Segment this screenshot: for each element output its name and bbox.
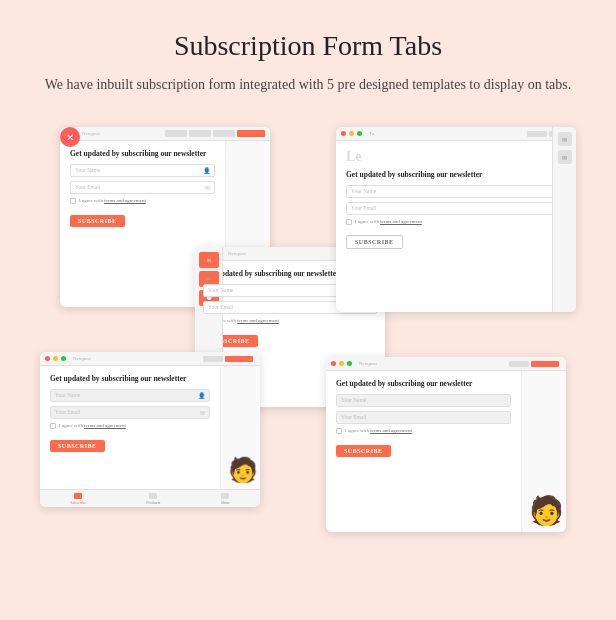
screen2-sidebar-icon1[interactable]: ✉ <box>199 252 219 268</box>
screen3-nav-share-icon <box>221 493 229 499</box>
screen5-email-input[interactable]: Your Email <box>336 411 511 424</box>
screen3-email-icon: ✉ <box>200 409 205 416</box>
screen3-nav-share[interactable]: Share <box>221 493 230 505</box>
screen1-close-btn[interactable]: ✕ <box>60 127 80 147</box>
screen4-dot-red <box>341 131 346 136</box>
screen4-name-placeholder: Your Name <box>351 188 554 194</box>
screen1-nav-label: Newpost <box>82 131 162 136</box>
screen3-nav-products-icon <box>149 493 157 499</box>
screen2-nav-label: Newpost <box>228 251 246 256</box>
screen3-nav-products[interactable]: Products <box>146 493 160 505</box>
screen5-name-placeholder: Your Name <box>341 397 506 403</box>
screen1-checkbox[interactable] <box>70 198 76 204</box>
screen1-email-input[interactable]: Your Email ✉ <box>70 181 215 194</box>
screen3-body: Get updated by subscribing our newslette… <box>40 366 260 489</box>
screen1-subscribe-btn[interactable]: SUBSCRIBE <box>70 215 125 227</box>
screen1-email-icon: ✉ <box>205 184 210 191</box>
screen3-name-placeholder: Your Name <box>55 392 198 398</box>
screen4-checkbox-label: I agree with terms and agreement <box>355 219 422 224</box>
screen1-checkbox-row: I agree with terms and agreement <box>70 198 215 204</box>
screen3-bottom-nav: Subscribe Products Share <box>40 489 260 507</box>
page-title: Subscription Form Tabs <box>40 30 576 62</box>
page-subtitle: We have inbuilt subscription form integr… <box>40 74 576 95</box>
screen3-checkbox-label: I agree with terms and agreement <box>59 423 126 428</box>
screen4-titlebar: To <box>336 127 576 141</box>
screen3-dot-green <box>61 356 66 361</box>
screen1-checkbox-label: I agree with terms and agreement <box>79 198 146 203</box>
screen4-email-input[interactable]: Your Email ✉ <box>346 202 566 215</box>
screen4-side-icon1[interactable]: ✉ <box>558 132 572 146</box>
screen4-checkbox[interactable] <box>346 219 352 225</box>
screen1-name-placeholder: Your Name <box>75 167 203 173</box>
screen4-side-panel: ✉ ✉ <box>552 127 576 312</box>
screen3-nav-subscribe-icon <box>74 493 82 499</box>
screen1-name-icon: 👤 <box>203 167 210 174</box>
screen4-email-placeholder: Your Email <box>351 205 556 211</box>
screen4-name-input[interactable]: Your Name 👤 <box>346 185 566 198</box>
screen5-content: Get updated by subscribing our newslette… <box>326 371 521 532</box>
screen3-checkbox[interactable] <box>50 423 56 429</box>
screen4-body: Le Get updated by subscribing our newsle… <box>336 141 576 312</box>
screen5-subscribe-btn[interactable]: SUBSCRIBE <box>336 445 391 457</box>
screen3-name-icon: 👤 <box>198 392 205 399</box>
screen4-form-title: Get updated by subscribing our newslette… <box>346 170 566 180</box>
screen5-dot-green <box>347 361 352 366</box>
screen3-email-input[interactable]: Your Email ✉ <box>50 406 210 419</box>
screen3-checkbox-row: I agree with terms and agreement <box>50 423 210 429</box>
screen1-name-input[interactable]: Your Name 👤 <box>70 164 215 177</box>
screen4-dot-green <box>357 131 362 136</box>
screen5-form-title: Get updated by subscribing our newslette… <box>336 379 511 389</box>
screen5-person-icon: 🧑 <box>529 494 564 527</box>
screen1-email-placeholder: Your Email <box>75 184 205 190</box>
screen3-dot-red <box>45 356 50 361</box>
screen3-illustration: 🧑 <box>220 366 260 489</box>
screen1-form-title: Get updated by subscribing our newslette… <box>70 149 215 159</box>
screen3-email-placeholder: Your Email <box>55 409 200 415</box>
screen5-checkbox-row: I agree with terms and agreement <box>336 428 511 434</box>
screen5-email-placeholder: Your Email <box>341 414 506 420</box>
screen4-nav-label: To <box>369 131 374 136</box>
screen5-dot-red <box>331 361 336 366</box>
page-wrapper: Subscription Form Tabs We have inbuilt s… <box>0 0 616 620</box>
screen4-dot-yellow <box>349 131 354 136</box>
screen3-name-input[interactable]: Your Name 👤 <box>50 389 210 402</box>
screen1-titlebar: Newpost <box>60 127 270 141</box>
screen3-dot-yellow <box>53 356 58 361</box>
screen2-checkbox-row: I agree with terms and agreement <box>203 318 377 324</box>
screen3-subscribe-btn[interactable]: SUBSCRIBE <box>50 440 105 452</box>
screen-3: Newpost Get updated by subscribing our n… <box>40 352 260 507</box>
screen5-name-input[interactable]: Your Name <box>336 394 511 407</box>
screen3-titlebar: Newpost <box>40 352 260 366</box>
screen3-nav-share-label: Share <box>221 500 230 505</box>
screen3-content: Get updated by subscribing our newslette… <box>40 366 220 489</box>
screen3-nav-label: Newpost <box>73 356 91 361</box>
screen4-bg-text: Le <box>346 149 566 165</box>
screen4-subscribe-btn[interactable]: SUBSCRIBE <box>346 235 403 249</box>
screen3-nav-subscribe-label: Subscribe <box>70 500 86 505</box>
screen3-form-title: Get updated by subscribing our newslette… <box>50 374 210 384</box>
screen5-checkbox-label: I agree with terms and agreement <box>345 428 412 433</box>
screen3-nav-products-label: Products <box>146 500 160 505</box>
screen5-titlebar: Newpost <box>326 357 566 371</box>
screen4-checkbox-row: I agree with terms and agreement <box>346 219 566 225</box>
screen5-nav-label: Newpost <box>359 361 377 366</box>
screen-4: To Le Get updated by subscribing our new… <box>336 127 576 312</box>
screenshots-grid: ✕ Newpost Get updated by subscribing our… <box>40 117 576 537</box>
screen4-side-icon2[interactable]: ✉ <box>558 150 572 164</box>
screen5-body: Get updated by subscribing our newslette… <box>326 371 566 532</box>
screen4-content: Le Get updated by subscribing our newsle… <box>336 141 576 312</box>
screen5-illustration: 🧑 <box>521 371 566 532</box>
screen-5: Newpost Get updated by subscribing our n… <box>326 357 566 532</box>
screen3-person-icon: 🧑 <box>228 456 258 484</box>
screen5-dot-yellow <box>339 361 344 366</box>
screen5-checkbox[interactable] <box>336 428 342 434</box>
screen3-nav-subscribe[interactable]: Subscribe <box>70 493 86 505</box>
